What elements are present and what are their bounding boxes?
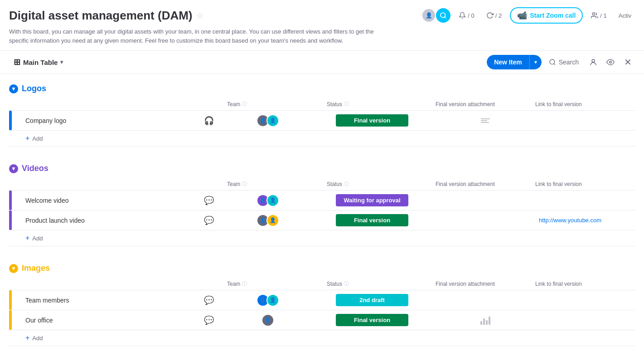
row-name-our-office: Our office xyxy=(9,313,191,328)
person-icon-button[interactable] xyxy=(586,55,600,69)
row-attachment-company-logo[interactable] xyxy=(436,118,535,123)
toolbar: ⊞ Main Table ▾ New Item ▾ Search ✕ xyxy=(0,51,644,74)
col-attachment-logos: Final version attachment xyxy=(436,101,535,108)
row-team-company-logo: 👤 👤 xyxy=(227,114,309,127)
row-team-welcome-video: 👤 👤 xyxy=(227,194,309,207)
col-status-videos: Status ⓘ xyxy=(327,181,417,187)
team-avatar: 👤 xyxy=(261,314,274,327)
row-comment-welcome-video[interactable]: 💬 xyxy=(191,196,227,205)
team-avatar: 👤 xyxy=(266,194,279,207)
row-link-product-launch: http://www.youtube.com xyxy=(535,217,635,224)
table-row: Team members 💬 👤 👤 2nd draft xyxy=(9,290,635,310)
people-button[interactable]: / 1 xyxy=(587,10,610,21)
col-link-images: Link to final version xyxy=(535,281,635,287)
row-name-company-logo: Company logo xyxy=(9,113,191,128)
col-status-images: Status ⓘ xyxy=(327,280,417,287)
svg-point-5 xyxy=(592,59,595,62)
table-row: Company logo 🎧 👤 👤 Final version xyxy=(9,111,635,131)
notifications-stat[interactable]: / 0 xyxy=(455,10,478,21)
activity-button[interactable]: Activ xyxy=(615,10,635,21)
images-column-headers: Team ⓘ Status ⓘ Final version attachment… xyxy=(9,278,635,290)
new-item-button[interactable]: New Item xyxy=(487,55,529,69)
team-info-icon-images[interactable]: ⓘ xyxy=(242,280,247,287)
zoom-call-button[interactable]: 📹 Start Zoom call xyxy=(510,7,583,24)
eye-icon-button[interactable] xyxy=(603,55,618,69)
logos-table: Team ⓘ Status ⓘ Final version attachment… xyxy=(9,98,635,147)
status-info-icon-images[interactable]: ⓘ xyxy=(344,280,349,287)
row-name-welcome-video: Welcome video xyxy=(9,193,191,208)
group-logos-header[interactable]: ▼ Logos xyxy=(9,81,635,96)
new-item-label: New Item xyxy=(494,59,522,66)
youtube-link[interactable]: http://www.youtube.com xyxy=(539,217,601,224)
bar-chart-icon xyxy=(480,316,490,325)
col-link-videos: Link to final version xyxy=(535,181,635,187)
group-images-title: Images xyxy=(22,264,50,273)
row-comment-team-members[interactable]: 💬 xyxy=(191,295,227,305)
videos-column-headers: Team ⓘ Status ⓘ Final version attachment… xyxy=(9,178,635,191)
status-info-icon-logos[interactable]: ⓘ xyxy=(344,101,349,108)
add-row-label: Add xyxy=(32,335,43,342)
row-status-our-office[interactable]: Final version xyxy=(327,314,417,326)
group-images-header[interactable]: ▼ Images xyxy=(9,261,635,276)
logos-column-headers: Team ⓘ Status ⓘ Final version attachment… xyxy=(9,98,635,111)
group-collapse-images[interactable]: ▼ xyxy=(9,264,18,273)
group-videos-header[interactable]: ▼ Videos xyxy=(9,161,635,176)
table-row: Welcome video 💬 👤 👤 Waiting for approval xyxy=(9,191,635,210)
col-team-images: Team ⓘ xyxy=(227,280,309,287)
row-audio-company-logo[interactable]: 🎧 xyxy=(191,116,227,126)
table-icon: ⊞ xyxy=(14,57,20,67)
group-logos-title: Logos xyxy=(22,84,46,93)
group-logos: ▼ Logos Team ⓘ Status ⓘ Final version at… xyxy=(9,81,635,147)
row-status-welcome-video[interactable]: Waiting for approval xyxy=(327,194,417,206)
row-comment-product-launch[interactable]: 💬 xyxy=(191,215,227,225)
row-name-team-members: Team members xyxy=(9,293,191,308)
add-row-label: Add xyxy=(32,135,43,142)
team-info-icon-videos[interactable]: ⓘ xyxy=(242,181,247,187)
team-info-icon-logos[interactable]: ⓘ xyxy=(242,101,247,108)
status-badge: Final version xyxy=(336,314,408,326)
row-team-product-launch: 👤 👤 xyxy=(227,214,309,227)
group-images: ▼ Images Team ⓘ Status ⓘ Final version a… xyxy=(9,261,635,346)
table-row: Our office 💬 👤 Final version xyxy=(9,310,635,330)
team-avatar: 👤 xyxy=(266,294,279,307)
svg-point-0 xyxy=(441,13,445,18)
updates-stat[interactable]: / 2 xyxy=(483,10,505,21)
group-videos: ▼ Videos Team ⓘ Status ⓘ Final version a… xyxy=(9,161,635,246)
table-switcher[interactable]: ⊞ Main Table ▾ xyxy=(9,54,68,70)
status-info-icon-videos[interactable]: ⓘ xyxy=(344,181,349,187)
videos-table: Team ⓘ Status ⓘ Final version attachment… xyxy=(9,178,635,246)
row-comment-our-office[interactable]: 💬 xyxy=(191,315,227,325)
group-collapse-logos[interactable]: ▼ xyxy=(9,84,18,93)
chevron-down-icon: ▾ xyxy=(60,59,63,65)
status-badge: Final version xyxy=(336,214,408,226)
row-status-team-members[interactable]: 2nd draft xyxy=(327,294,417,306)
col-link-logos: Link to final version xyxy=(535,101,635,108)
search-button[interactable]: Search xyxy=(544,56,583,68)
svg-point-6 xyxy=(610,61,612,64)
add-icon: + xyxy=(25,134,29,142)
svg-point-2 xyxy=(593,13,595,15)
avatar-zoom-indicator xyxy=(436,8,450,23)
videos-add-row[interactable]: + Add xyxy=(9,230,635,246)
new-item-dropdown-button[interactable]: ▾ xyxy=(529,55,542,69)
row-name-product-launch: Product launch video xyxy=(9,213,191,228)
images-add-row[interactable]: + Add xyxy=(9,330,635,346)
add-icon: + xyxy=(25,234,29,242)
row-status-product-launch[interactable]: Final version xyxy=(327,214,417,226)
toolbar-left: ⊞ Main Table ▾ xyxy=(9,54,68,70)
more-icon-button[interactable]: ✕ xyxy=(620,55,635,69)
row-left-bar xyxy=(9,310,12,330)
logos-add-row[interactable]: + Add xyxy=(9,131,635,147)
col-attachment-videos: Final version attachment xyxy=(436,181,535,187)
row-attachment-our-office[interactable] xyxy=(436,316,535,325)
header-avatar-group: 👤 xyxy=(421,8,450,23)
svg-line-1 xyxy=(445,17,446,18)
star-icon[interactable]: ☆ xyxy=(196,10,203,20)
svg-line-4 xyxy=(554,64,555,65)
col-status-logos: Status ⓘ xyxy=(327,101,417,108)
row-left-bar xyxy=(9,290,12,310)
row-left-bar xyxy=(9,210,12,230)
header-actions: 👤 / 0 / 2 📹 Start Zoom call xyxy=(421,7,635,24)
row-status-company-logo[interactable]: Final version xyxy=(327,114,417,127)
group-collapse-videos[interactable]: ▼ xyxy=(9,164,18,173)
